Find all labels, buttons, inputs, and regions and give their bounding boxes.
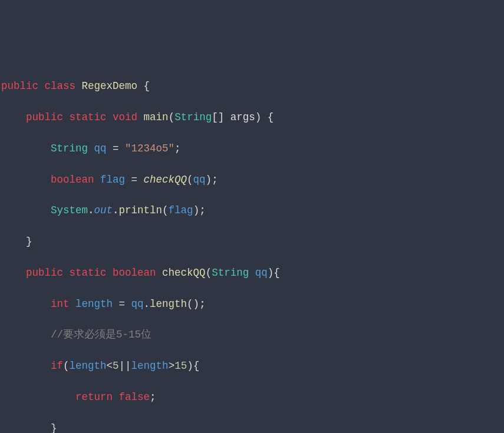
code-line-8: int length = qq.length(); — [0, 296, 504, 312]
code-line-5: System.out.println(flag); — [0, 203, 504, 219]
code-line-10: if(length<5||length>15){ — [0, 358, 504, 374]
code-line-6: } — [0, 234, 504, 250]
code-line-1: public class RegexDemo { — [0, 78, 504, 94]
code-line-4: boolean flag = checkQQ(qq); — [0, 172, 504, 188]
code-line-7: public static boolean checkQQ(String qq)… — [0, 265, 504, 281]
code-line-12: } — [0, 421, 504, 434]
code-line-2: public static void main(String[] args) { — [0, 110, 504, 125]
code-line-9: //要求必须是5-15位 — [0, 327, 504, 343]
code-line-11: return false; — [0, 389, 504, 405]
code-line-3: String qq = "1234o5"; — [0, 141, 504, 157]
code-editor[interactable]: public class RegexDemo { public static v… — [0, 63, 504, 433]
